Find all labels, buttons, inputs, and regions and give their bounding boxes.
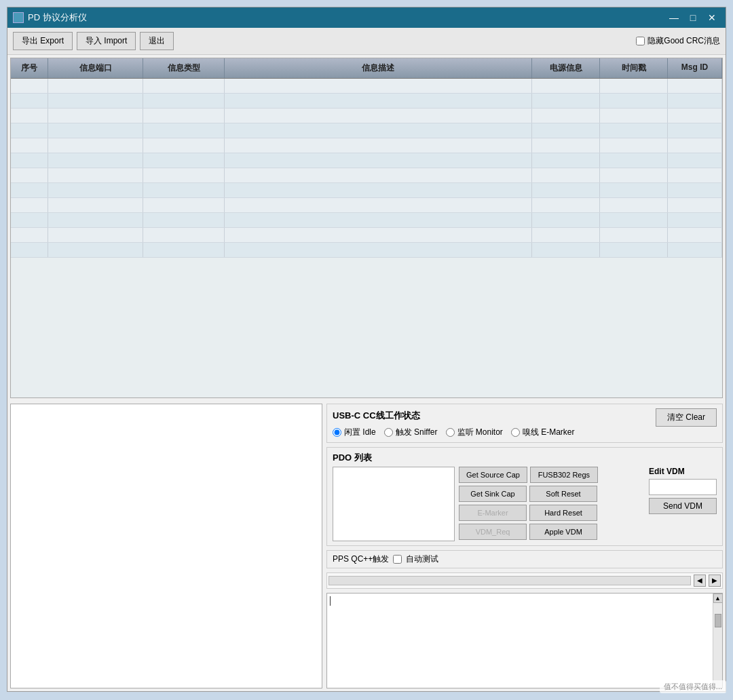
restore-button[interactable]: □: [685, 11, 701, 24]
app-icon: [13, 12, 24, 23]
pdo-btn-row-1: Get Source Cap FUSB302 Regs: [459, 467, 598, 483]
table-row: [11, 243, 722, 258]
pdo-list[interactable]: [333, 467, 455, 541]
table-row: [11, 168, 722, 183]
th-port: 信息端口: [48, 58, 143, 78]
cc-status-title: USB-C CC线工作状态: [333, 410, 420, 422]
pdo-content: Get Source Cap FUSB302 Regs Get Sink Cap…: [333, 467, 717, 541]
text-output[interactable]: ▲: [326, 593, 723, 689]
watermark: 值不值得买值得...: [660, 680, 726, 693]
radio-emarker-label: 嗅线 E-Marker: [523, 427, 575, 438]
pdo-btn-row-4: VDM_Req Apple VDM: [459, 524, 598, 540]
edit-vdm-input[interactable]: [649, 479, 717, 495]
e-marker-button[interactable]: E-Marker: [459, 505, 527, 521]
cc-status-row: USB-C CC线工作状态 清空 Clear: [333, 408, 717, 427]
pdo-title: PDO 列表: [333, 452, 717, 464]
close-button[interactable]: ✕: [704, 11, 720, 24]
title-bar: PD 协议分析仪 — □ ✕: [7, 7, 726, 28]
cc-status-section: USB-C CC线工作状态 清空 Clear 闲置 Idle 触发 Sniffe…: [326, 404, 723, 443]
auto-test-label[interactable]: 自动测试: [406, 553, 438, 565]
pdo-section: PDO 列表 Get Source Cap FUSB302 Regs Get S…: [326, 447, 723, 546]
window-controls: — □ ✕: [666, 11, 720, 24]
scroll-right-arrow[interactable]: ▶: [709, 575, 721, 587]
scrollbar-up-arrow[interactable]: ▲: [713, 594, 723, 603]
left-panel: [10, 404, 322, 688]
radio-idle-label: 闲置 Idle: [344, 427, 376, 438]
hide-crc-label[interactable]: 隐藏Good CRC消息: [647, 35, 720, 47]
get-sink-cap-button[interactable]: Get Sink Cap: [459, 486, 527, 502]
table-row: [11, 79, 722, 94]
table-row: [11, 198, 722, 213]
table-body[interactable]: [11, 79, 722, 397]
text-cursor: [330, 596, 331, 606]
pdo-btn-row-2: Get Sink Cap Soft Reset: [459, 486, 598, 502]
hide-crc-container: 隐藏Good CRC消息: [636, 35, 720, 47]
exit-button[interactable]: 退出: [140, 32, 174, 50]
table-row: [11, 94, 722, 109]
bottom-area: USB-C CC线工作状态 清空 Clear 闲置 Idle 触发 Sniffe…: [10, 404, 723, 688]
clear-button[interactable]: 清空 Clear: [656, 408, 717, 427]
th-power: 电源信息: [532, 58, 600, 78]
export-button[interactable]: 导出 Export: [13, 32, 73, 50]
pps-section: PPS QC++触发 自动测试: [326, 550, 723, 568]
main-table-area: 序号 信息端口 信息类型 信息描述 电源信息 时间戳 Msg ID: [10, 58, 723, 398]
main-window: PD 协议分析仪 — □ ✕ 导出 Export 导入 Import 退出 隐藏…: [7, 7, 726, 692]
fusb302-regs-button[interactable]: FUSB302 Regs: [530, 467, 598, 483]
hard-reset-button[interactable]: Hard Reset: [529, 505, 597, 521]
minimize-button[interactable]: —: [666, 11, 682, 24]
th-time: 时间戳: [600, 58, 668, 78]
th-seq: 序号: [11, 58, 48, 78]
apple-vdm-button[interactable]: Apple VDM: [529, 524, 597, 540]
th-desc: 信息描述: [225, 58, 532, 78]
edit-vdm-section: Edit VDM Send VDM: [649, 467, 717, 541]
pdo-btn-row-3: E-Marker Hard Reset: [459, 505, 598, 521]
import-button[interactable]: 导入 Import: [77, 32, 136, 50]
right-panel: USB-C CC线工作状态 清空 Clear 闲置 Idle 触发 Sniffe…: [326, 404, 723, 688]
th-msg: Msg ID: [668, 58, 722, 78]
get-source-cap-button[interactable]: Get Source Cap: [459, 467, 527, 483]
pdo-buttons: Get Source Cap FUSB302 Regs Get Sink Cap…: [459, 467, 598, 541]
table-row: [11, 138, 722, 153]
scrollbar-vertical: ▲: [713, 594, 722, 688]
radio-monitor-label: 监听 Monitor: [457, 427, 503, 438]
radio-sniffer-input[interactable]: [384, 428, 393, 437]
soft-reset-button[interactable]: Soft Reset: [529, 486, 597, 502]
radio-sniffer[interactable]: 触发 Sniffer: [384, 427, 438, 438]
radio-emarker[interactable]: 嗅线 E-Marker: [511, 427, 575, 438]
table-row: [11, 213, 722, 228]
scroll-left-arrow[interactable]: ◀: [694, 575, 706, 587]
cc-radio-group: 闲置 Idle 触发 Sniffer 监听 Monitor 嗅线 E-Marke…: [333, 427, 717, 438]
radio-sniffer-label: 触发 Sniffer: [396, 427, 438, 438]
radio-idle[interactable]: 闲置 Idle: [333, 427, 376, 438]
radio-idle-input[interactable]: [333, 428, 341, 437]
toolbar: 导出 Export 导入 Import 退出 隐藏Good CRC消息: [7, 28, 726, 55]
hide-crc-checkbox[interactable]: [636, 37, 645, 45]
table-row: [11, 153, 722, 168]
th-type: 信息类型: [143, 58, 225, 78]
table-row: [11, 109, 722, 123]
radio-monitor[interactable]: 监听 Monitor: [446, 427, 503, 438]
radio-emarker-input[interactable]: [511, 428, 520, 437]
pps-label: PPS QC++触发: [333, 553, 389, 565]
table-row: [11, 228, 722, 243]
scroll-area: ◀ ▶: [326, 572, 723, 589]
scroll-track[interactable]: [328, 576, 691, 585]
pps-title: PPS QC++触发 自动测试: [333, 553, 717, 565]
auto-test-checkbox[interactable]: [393, 555, 402, 564]
vdm-req-button[interactable]: VDM_Req: [459, 524, 527, 540]
scrollbar-thumb[interactable]: [715, 614, 721, 627]
window-title: PD 协议分析仪: [28, 12, 666, 24]
send-vdm-button[interactable]: Send VDM: [649, 498, 717, 514]
table-header: 序号 信息端口 信息类型 信息描述 电源信息 时间戳 Msg ID: [11, 58, 722, 79]
table-row: [11, 183, 722, 198]
table-row: [11, 123, 722, 138]
edit-vdm-title: Edit VDM: [649, 467, 717, 476]
radio-monitor-input[interactable]: [446, 428, 455, 437]
